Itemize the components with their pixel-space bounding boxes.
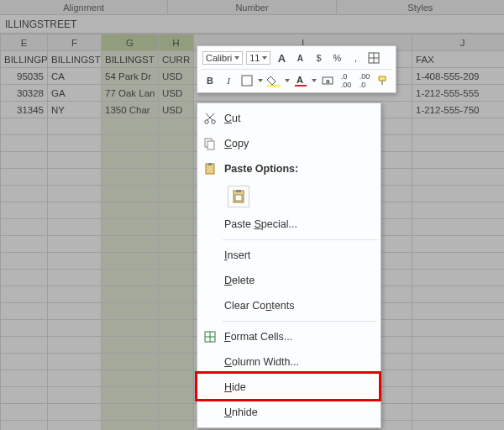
cell[interactable] — [102, 169, 159, 186]
cell[interactable]: 95035 — [1, 68, 48, 85]
cell[interactable] — [1, 354, 48, 370]
cell[interactable]: NY — [48, 102, 102, 118]
format-painter-icon[interactable] — [375, 73, 391, 88]
italic-button[interactable]: I — [221, 73, 236, 88]
cell[interactable] — [159, 118, 194, 135]
cell[interactable] — [48, 387, 102, 404]
cell[interactable] — [1, 370, 48, 387]
cell[interactable] — [159, 286, 194, 303]
cell[interactable]: FAX — [412, 51, 505, 68]
cell[interactable] — [412, 286, 505, 303]
cell[interactable] — [1, 186, 48, 202]
cell[interactable] — [102, 219, 159, 236]
decrease-decimal-button[interactable]: .00.0 — [357, 73, 372, 88]
name-box[interactable]: ILLINGSTREET — [0, 15, 504, 34]
cell[interactable] — [412, 169, 505, 186]
menu-cut[interactable]: Cut — [197, 106, 381, 131]
increase-font-icon[interactable]: A — [274, 50, 289, 66]
cell[interactable] — [48, 118, 102, 135]
cell[interactable] — [102, 202, 159, 219]
cell[interactable] — [412, 202, 505, 219]
cell[interactable]: GA — [48, 85, 102, 102]
font-color-button[interactable]: A — [293, 73, 308, 88]
cell[interactable]: BILLINGPC — [1, 51, 48, 68]
cell[interactable]: BILLINGST — [48, 51, 102, 68]
cell[interactable] — [48, 286, 102, 303]
cell[interactable] — [159, 404, 194, 421]
cell[interactable] — [159, 303, 194, 320]
menu-clear-contents[interactable]: Clear Contents — [197, 293, 381, 318]
menu-insert[interactable]: Insert — [197, 243, 381, 268]
cell[interactable] — [159, 387, 194, 404]
menu-delete[interactable]: Delete — [197, 268, 381, 293]
cell[interactable] — [1, 219, 48, 236]
cell[interactable] — [159, 270, 194, 286]
cell[interactable] — [159, 370, 194, 387]
cell[interactable] — [48, 370, 102, 387]
cell[interactable] — [1, 135, 48, 152]
cell[interactable] — [102, 186, 159, 202]
cell[interactable] — [1, 202, 48, 219]
cell[interactable] — [159, 219, 194, 236]
comma-icon[interactable]: , — [348, 50, 363, 66]
cell[interactable] — [48, 169, 102, 186]
currency-icon[interactable]: $ — [311, 50, 326, 66]
column-header-J[interactable]: J — [412, 34, 505, 51]
percent-icon[interactable]: % — [329, 50, 344, 66]
cell[interactable] — [412, 404, 505, 421]
cell[interactable]: 31345 — [1, 102, 48, 118]
column-header-E[interactable]: E — [1, 34, 48, 51]
cell[interactable] — [159, 253, 194, 270]
cell[interactable] — [412, 253, 505, 270]
cell[interactable] — [159, 169, 194, 186]
cell[interactable]: USD — [159, 68, 194, 85]
cell[interactable] — [102, 404, 159, 421]
cell[interactable] — [1, 169, 48, 186]
cell[interactable]: 1-212-555-555 — [412, 85, 505, 102]
cell[interactable] — [102, 152, 159, 169]
merge-center-button[interactable]: a — [320, 73, 335, 88]
cell[interactable] — [48, 354, 102, 370]
cell[interactable] — [159, 354, 194, 370]
cell[interactable] — [102, 253, 159, 270]
cell[interactable] — [102, 270, 159, 286]
menu-unhide[interactable]: Unhide — [197, 400, 381, 425]
cell[interactable] — [1, 404, 48, 421]
cell[interactable]: USD — [159, 85, 194, 102]
cell[interactable] — [48, 253, 102, 270]
cell[interactable] — [102, 421, 159, 431]
cell[interactable] — [102, 286, 159, 303]
cell[interactable] — [1, 303, 48, 320]
cell[interactable]: 30328 — [1, 85, 48, 102]
cell[interactable] — [412, 118, 505, 135]
border-icon[interactable] — [366, 50, 381, 66]
cell[interactable] — [412, 303, 505, 320]
cell[interactable] — [1, 421, 48, 431]
cell[interactable] — [412, 354, 505, 370]
cell[interactable] — [412, 186, 505, 202]
menu-format-cells[interactable]: Format Cells... — [197, 324, 381, 349]
cell[interactable] — [102, 387, 159, 404]
menu-copy[interactable]: Copy — [197, 131, 381, 156]
cell[interactable]: 1-408-555-209 — [412, 68, 505, 85]
cell[interactable] — [102, 135, 159, 152]
cell[interactable] — [48, 270, 102, 286]
cell[interactable] — [159, 337, 194, 354]
cell[interactable] — [102, 118, 159, 135]
cell[interactable] — [1, 236, 48, 253]
column-header-H[interactable]: H — [159, 34, 194, 51]
menu-paste-special[interactable]: Paste Special... — [197, 212, 381, 237]
cell[interactable] — [48, 404, 102, 421]
cell[interactable] — [1, 337, 48, 354]
menu-hide[interactable]: Hide — [197, 375, 381, 400]
cell[interactable] — [1, 270, 48, 286]
cell[interactable] — [48, 320, 102, 337]
cell[interactable] — [48, 202, 102, 219]
cell[interactable] — [412, 421, 505, 431]
cell[interactable]: CA — [48, 68, 102, 85]
cell[interactable] — [1, 320, 48, 337]
decrease-font-icon[interactable]: A — [292, 50, 307, 66]
cell[interactable] — [48, 152, 102, 169]
cell[interactable] — [48, 135, 102, 152]
cell[interactable] — [48, 337, 102, 354]
